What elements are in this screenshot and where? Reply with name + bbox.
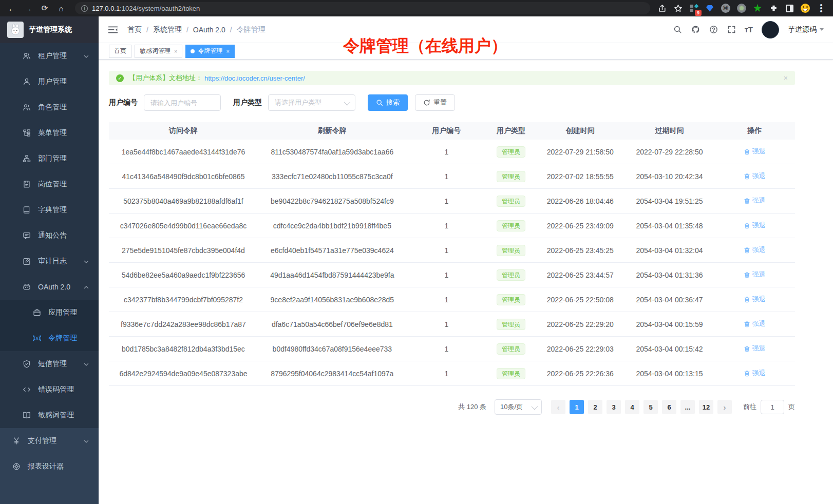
sidebar-item-通知公告[interactable]: 通知公告 bbox=[0, 223, 99, 248]
close-icon[interactable]: × bbox=[226, 48, 229, 54]
sidebar-item-令牌管理[interactable]: A令牌管理 bbox=[0, 325, 99, 351]
page-button-6[interactable]: 6 bbox=[662, 400, 676, 414]
sidebar-item-租户管理[interactable]: 租户管理 bbox=[0, 43, 99, 69]
prev-page-button[interactable]: ‹ bbox=[551, 400, 565, 414]
user-type-cell: 管理员 bbox=[486, 269, 536, 281]
user-type-badge: 管理员 bbox=[497, 343, 525, 355]
share-icon[interactable] bbox=[657, 4, 667, 13]
sidebar-item-label: 菜单管理 bbox=[38, 128, 67, 138]
emoji-icon[interactable] bbox=[801, 4, 810, 13]
breadcrumb-separator: / bbox=[186, 26, 188, 34]
fullscreen-icon[interactable] bbox=[727, 25, 736, 34]
search-icon[interactable] bbox=[673, 25, 682, 34]
breadcrumb-item: 令牌管理 bbox=[237, 25, 266, 34]
page-button-3[interactable]: 3 bbox=[607, 400, 621, 414]
reload-icon[interactable]: ⟳ bbox=[38, 2, 51, 15]
sidebar-item-审计日志[interactable]: 审计日志 bbox=[0, 248, 99, 274]
page-button-1[interactable]: 1 bbox=[570, 400, 584, 414]
font-size-icon[interactable]: TT bbox=[745, 25, 753, 34]
sidebar-item-部门管理[interactable]: 部门管理 bbox=[0, 146, 99, 171]
gem-icon[interactable] bbox=[705, 4, 714, 13]
create-time-cell: 2022-06-25 22:29:20 bbox=[536, 320, 625, 328]
sidebar-item-字典管理[interactable]: 字典管理 bbox=[0, 197, 99, 223]
app-title: 芋道管理系统 bbox=[29, 25, 72, 34]
force-logout-button[interactable]: 强退 bbox=[744, 147, 766, 156]
page-button-12[interactable]: 12 bbox=[699, 400, 713, 414]
table-row: 41c41346a548490f9dc8b01c6bfe0865333ecfc7… bbox=[109, 164, 795, 189]
breadcrumb-item[interactable]: OAuth 2.0 bbox=[193, 26, 225, 34]
force-logout-button[interactable]: 强退 bbox=[744, 319, 766, 328]
alert-close-icon[interactable]: × bbox=[784, 74, 788, 82]
sidebar-item-OAuth 2.0[interactable]: OAuth 2.0 bbox=[0, 274, 99, 300]
help-icon[interactable] bbox=[709, 25, 718, 34]
sidebar-item-菜单管理[interactable]: 菜单管理 bbox=[0, 120, 99, 146]
create-time-cell: 2022-06-25 23:45:25 bbox=[536, 246, 625, 255]
sidebar-item-用户管理[interactable]: 用户管理 bbox=[0, 69, 99, 94]
sidebar-toggle-icon[interactable] bbox=[785, 4, 794, 13]
user-menu[interactable]: 芋道源码 bbox=[788, 25, 824, 34]
address-bar[interactable]: i 127.0.0.1:1024/system/oauth2/token bbox=[75, 2, 650, 14]
force-logout-button[interactable]: 强退 bbox=[744, 221, 766, 230]
tag-令牌管理[interactable]: 令牌管理× bbox=[185, 45, 234, 58]
info-icon[interactable]: i bbox=[81, 5, 88, 12]
force-logout-button[interactable]: 强退 bbox=[744, 245, 766, 255]
force-logout-button[interactable]: 强退 bbox=[744, 369, 766, 378]
sidebar-item-label: 字典管理 bbox=[38, 205, 67, 215]
green-star-icon[interactable] bbox=[753, 4, 762, 13]
app-logo[interactable]: 芋道管理系统 bbox=[0, 16, 99, 43]
force-logout-button[interactable]: 强退 bbox=[744, 196, 766, 205]
avatar[interactable] bbox=[762, 21, 779, 38]
sidebar-item-错误码管理[interactable]: 错误码管理 bbox=[0, 377, 99, 402]
page-button-4[interactable]: 4 bbox=[625, 400, 639, 414]
tag-首页[interactable]: 首页 bbox=[109, 45, 131, 58]
sidebar-item-敏感词管理[interactable]: 敏感词管理 bbox=[0, 402, 99, 428]
github-icon[interactable] bbox=[691, 25, 700, 34]
token-cell: be90422b8c7946218275a508bf524fc9 bbox=[258, 197, 407, 205]
breadcrumb-item[interactable]: 首页 bbox=[127, 25, 142, 34]
command-circle-icon[interactable]: ⌘ bbox=[721, 4, 730, 13]
user-type-select[interactable]: 请选择用户类型 bbox=[268, 94, 355, 111]
sidebar-item-短信管理[interactable]: 短信管理 bbox=[0, 351, 99, 377]
sidebar-item-报表设计器[interactable]: 报表设计器 bbox=[0, 454, 99, 479]
column-header: 访问令牌 bbox=[109, 126, 258, 135]
url-text: 127.0.0.1:1024/system/oauth2/token bbox=[92, 5, 200, 12]
breadcrumb-item[interactable]: 系统管理 bbox=[153, 25, 182, 34]
force-logout-label: 强退 bbox=[752, 245, 766, 255]
users-icon bbox=[23, 103, 31, 111]
table-row: b0d1785bc3a8482f812db4a3f3bd15ecb0df4980… bbox=[109, 337, 795, 361]
puzzle-icon[interactable] bbox=[769, 4, 778, 13]
star-icon[interactable] bbox=[673, 4, 683, 13]
user-id-input[interactable] bbox=[144, 94, 221, 111]
gray-circle-icon[interactable] bbox=[737, 4, 746, 13]
force-logout-button[interactable]: 强退 bbox=[744, 171, 766, 181]
reset-button[interactable]: 重置 bbox=[415, 94, 455, 111]
overflow-menu-icon[interactable]: ••• bbox=[817, 4, 826, 13]
close-icon[interactable]: × bbox=[174, 48, 177, 54]
message-icon bbox=[23, 231, 31, 240]
sidebar-item-角色管理[interactable]: 角色管理 bbox=[0, 94, 99, 120]
expire-time-cell: 2054-03-04 00:15:42 bbox=[625, 345, 714, 353]
alert-doc-link[interactable]: https://doc.iocoder.cn/user-center/ bbox=[204, 74, 305, 82]
page-button-2[interactable]: 2 bbox=[588, 400, 602, 414]
sidebar-item-应用管理[interactable]: 应用管理 bbox=[0, 300, 99, 325]
back-icon[interactable]: ← bbox=[5, 2, 18, 15]
force-logout-button[interactable]: 强退 bbox=[744, 295, 766, 304]
sidebar-item-岗位管理[interactable]: 岗位管理 bbox=[0, 171, 99, 197]
token-cell: dfa6c71a50a54c66bef706ef9e6e8d81 bbox=[258, 320, 407, 328]
forward-icon[interactable]: → bbox=[22, 2, 35, 15]
goto-page-input[interactable] bbox=[761, 400, 784, 414]
force-logout-button[interactable]: 强退 bbox=[744, 270, 766, 279]
search-button[interactable]: 搜索 bbox=[368, 94, 408, 111]
extension-badged-icon[interactable]: 9 bbox=[689, 4, 698, 13]
page-size-select[interactable]: 10条/页 bbox=[495, 399, 542, 415]
page-button-5[interactable]: 5 bbox=[643, 400, 658, 414]
create-time-cell: 2022-07-29 21:58:50 bbox=[536, 148, 625, 156]
next-page-button[interactable]: › bbox=[717, 400, 732, 414]
active-dot bbox=[191, 49, 195, 53]
sidebar-item-支付管理[interactable]: 支付管理 bbox=[0, 428, 99, 454]
tag-敏感词管理[interactable]: 敏感词管理× bbox=[135, 45, 182, 58]
collapse-sidebar-icon[interactable] bbox=[108, 25, 118, 34]
page-ellipsis[interactable]: ... bbox=[680, 400, 695, 414]
force-logout-button[interactable]: 强退 bbox=[744, 344, 766, 353]
home-icon[interactable]: ⌂ bbox=[54, 2, 68, 15]
